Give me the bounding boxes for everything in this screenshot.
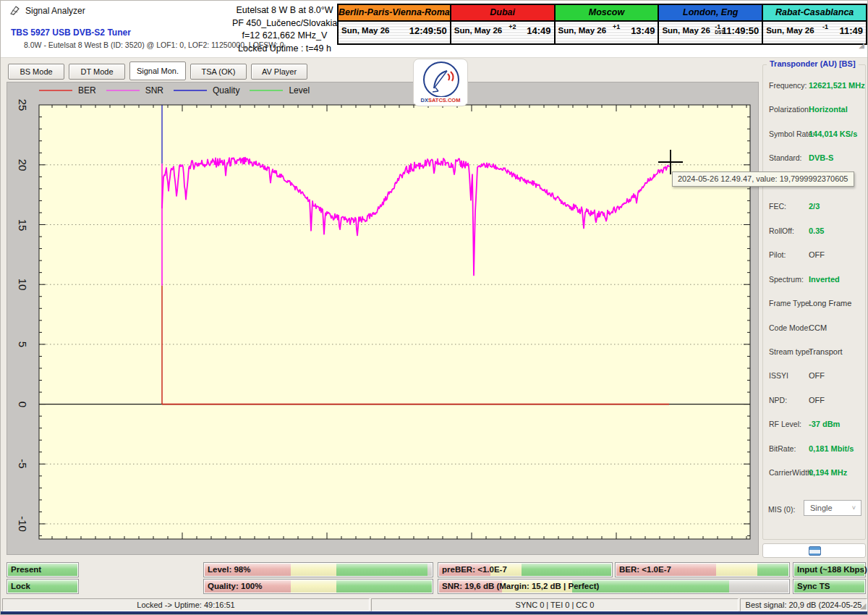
transponder-row-label: Spectrum: [769,275,804,284]
transponder-row-value: Transport [809,347,843,356]
transponder-row-value: 0.35 [809,226,824,235]
transponder-row: BitRate:0,181 Mbit/s [769,444,863,454]
y-axis-label: 10 [13,275,32,294]
clock-date: Sun, May 26 [454,26,502,35]
clock-berlin: Berlin-Paris-Vienna-Roma Sun, May 26 12:… [339,5,450,43]
y-axis-label: -10 [13,514,32,533]
transponder-row-value: 0,194 MHz [809,468,847,477]
clock-city-label: Dubai [451,5,554,22]
transponder-row: Symbol Rate:144,014 KS/s [769,130,863,140]
transponder-row-value: OFF [809,250,825,259]
clock-time: 11:49:50 [722,25,759,36]
frequency-line: f=12 621,662 MHz_V [225,30,344,43]
transponder-row-value: CCM [809,323,827,332]
signal-chart-panel: BER SNR Quality Level 2520151050-5-10 [7,82,759,555]
transponder-row-label: Symbol Rate: [769,130,814,138]
clock-dubai: Dubai Sun, May 26 +2 14:49 [451,5,554,43]
transponder-list-button[interactable] [762,543,866,558]
status-sync-counters: SYNC 0 | TEI 0 | CC 0 [371,598,739,611]
app-dish-icon [9,4,21,16]
transponder-row-label: Pilot: [769,250,786,259]
syncts-indicator: Sync TS [793,579,866,594]
transponder-row-label: ISSYI [769,371,788,380]
transponder-row-value: DVB-S [809,153,833,162]
transponder-row: Frequency:12621,521 MHz [769,81,863,91]
transponder-row-label: Standard: [769,153,802,162]
mis-label: MIS (0): [768,505,795,514]
transponder-row: RollOff:0.35 [769,226,863,237]
mis-selected-value: Single [810,504,833,512]
input-indicator: Input (~188 Kbps) [793,562,866,577]
tuner-name: TBS 5927 USB DVB-S2 Tuner [11,27,131,38]
tab-tsa[interactable]: TSA (OK) [190,64,247,80]
clock-date: Sun, May 26 [341,26,389,35]
statusbar-resize-grip-icon[interactable]: ◢ [860,601,866,611]
tab-dt-mode[interactable]: DT Mode [69,64,125,80]
transponder-row: RF Level:-37 dBm [769,420,863,430]
quality-meter: Quality: 100% [203,579,433,594]
clock-utc-offset: -1 [822,23,828,30]
transponder-row-value: Inverted [809,275,840,284]
transponder-row: Code Mode:CCM [769,323,863,334]
satellite-name: Eutelsat 8 W B at 8.0°W [225,4,344,17]
transponder-panel-title: Transponder (AU) [BS] [767,59,859,68]
clock-date: Sun, May 26 [766,26,814,35]
transponder-row-label: NPD: [769,396,787,404]
transponder-row: Standard:DVB-S [769,153,863,164]
transponder-row: Stream type:Transport [769,347,863,357]
transponder-panel: Frequency:12621,521 MHzPolarization:Hori… [762,64,866,540]
transponder-row-value: Long Frame [809,299,851,308]
bottom-edge-strip [1,611,868,615]
transponder-row-label: RF Level: [769,420,801,428]
chevron-down-icon: ˅ [852,501,856,515]
status-best-signal: Best signal: 20,9 dB (2024-05-25 14:59) [740,598,867,611]
clock-utc-offset: +2 [509,23,516,30]
transponder-row: ISSYIOFF [769,371,863,381]
chart-tooltip: 2024-05-26 12.49.47, value: 19,799999237… [672,171,854,187]
clock-city-label: Berlin-Paris-Vienna-Roma [339,5,450,22]
y-axis-label: 15 [13,216,32,234]
clock-city-label: Moscow [556,5,658,22]
mis-dropdown[interactable]: Single ˅ [804,500,861,516]
clock-city-label: Rabat-Casablanca [763,5,866,22]
transponder-row-value: 144,014 KS/s [809,130,857,138]
transponder-row: Pilot:OFF [769,250,863,260]
transponder-row: Polarization:Horizontal [769,105,863,115]
transponder-row-value: 0,181 Mbit/s [809,444,854,453]
snr-meter: SNR: 19,6 dB (Margin: 15,2 dB | Perfect) [438,579,790,594]
signal-analyzer-window: Signal Analyzer TBS 5927 USB DVB-S2 Tune… [0,0,868,615]
clock-moscow: Moscow Sun, May 26 +1 13:49 [556,5,658,43]
logo-text: DXSATCS.COM [414,97,467,103]
present-indicator: Present [7,562,79,577]
clock-date: Sun, May 26 [558,26,606,35]
transponder-row-value: OFF [809,396,825,404]
list-icon [809,546,821,556]
ber-meter: BER: <1.0E-7 [615,562,790,577]
signal-chart[interactable] [7,82,760,556]
clock-date: Sun, May 26 [662,26,710,35]
transponder-row-label: Frame Type: [769,299,812,308]
y-axis-label: -5 [13,454,32,473]
transponder-row-value: OFF [809,371,825,380]
transponder-row-value: 2/3 [809,202,820,211]
world-clocks: Berlin-Paris-Vienna-Roma Sun, May 26 12:… [337,4,867,45]
transponder-row: NPD:OFF [769,396,863,406]
locked-uptime-line: Locked Uptime : t=49 h [225,43,344,56]
transponder-row-label: BitRate: [769,444,796,453]
tab-av-player[interactable]: AV Player [251,64,307,80]
lock-indicator: Lock [7,579,79,594]
satellite-info-block: Eutelsat 8 W B at 8.0°W PF 450_Lučenec/S… [225,4,344,55]
status-uptime: Locked -> Uptime: 49:16:51 [2,598,370,611]
window-title: Signal Analyzer [25,6,85,16]
clock-rabat: Rabat-Casablanca Sun, May 26 -1 11:49 [763,5,866,43]
preber-meter: preBER: <1.0E-7 [438,562,613,577]
clock-time: 12:49:50 [409,25,447,36]
clock-time: 11:49 [839,25,863,36]
clock-time: 13:49 [631,25,655,36]
resize-grip-icon: ◢ [859,41,864,49]
tab-bs-mode[interactable]: BS Mode [8,64,64,80]
tab-signal-mon[interactable]: Signal Mon. [129,62,186,80]
transponder-row-value: Horizontal [809,105,848,114]
transponder-row-value: 12621,521 MHz [809,81,865,90]
clock-london: London, Eng Sun, May 26 -1DST 11:49:50 [659,5,762,43]
